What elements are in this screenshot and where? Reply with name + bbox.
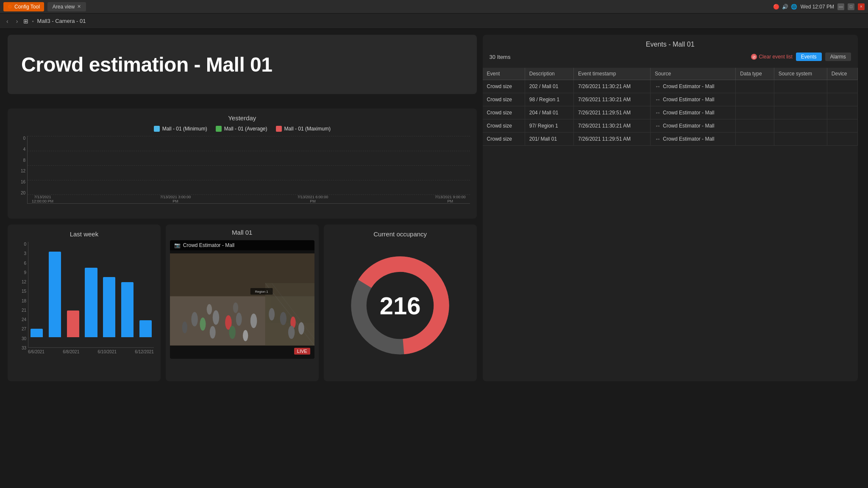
svg-point-21 — [207, 304, 212, 315]
source-cell: ↔ Crowd Estimator - Mall — [655, 122, 731, 129]
legend-label: Mall - 01 (Minimum) — [162, 126, 207, 132]
week-bar-group — [28, 242, 45, 337]
donut-container: 216 — [345, 250, 455, 360]
table-row[interactable]: Crowd size 202 / Mall 01 7/26/2021 11:30… — [483, 80, 858, 93]
crowd-svg: Region 1 — [170, 240, 314, 359]
yesterday-legend: Mall - 01 (Minimum) Mall - 01 (Average) … — [14, 126, 470, 132]
week-x-labels: 6/6/2021 6/8/2021 6/10/2021 6/12/2021 — [28, 349, 154, 354]
table-row[interactable]: Crowd size 204 / Mall 01 7/26/2021 11:29… — [483, 106, 858, 119]
camera-source: Crowd Estimator - Mall — [183, 242, 234, 248]
datetime-label: Wed 12:07 PM — [801, 4, 834, 10]
title-card: Crowd estimation - Mall 01 — [8, 35, 477, 94]
week-bar — [31, 329, 43, 337]
cell-description: 201/ Mall 01 — [525, 133, 573, 146]
events-scroll[interactable]: Event Description Event timestamp Source… — [483, 68, 858, 146]
cell-event: Crowd size — [483, 80, 525, 93]
cell-sourcesystem — [774, 93, 827, 106]
yesterday-chart-area: 20 16 12 8 4 0 7/13/202112:00:00 PM — [14, 136, 470, 204]
alarms-tab-button[interactable]: Alarms — [825, 53, 851, 61]
svg-point-10 — [236, 313, 242, 326]
svg-point-16 — [269, 308, 275, 320]
events-tab-button[interactable]: Events — [796, 53, 822, 61]
cell-event: Crowd size — [483, 133, 525, 146]
source-arrow-icon: ↔ — [655, 122, 661, 129]
week-bar-group — [47, 242, 63, 337]
cell-datatype — [736, 93, 774, 106]
cell-sourcesystem — [774, 106, 827, 119]
cell-device — [827, 106, 857, 119]
svg-point-15 — [243, 330, 248, 341]
col-sourcesystem: Source system — [774, 68, 827, 80]
source-cell: ↔ Crowd Estimator - Mall — [655, 83, 731, 90]
maximize-button[interactable]: □ — [848, 3, 854, 10]
cell-event: Crowd size — [483, 93, 525, 106]
area-tab-close[interactable]: ✕ — [77, 4, 81, 9]
cell-event: Crowd size — [483, 119, 525, 133]
cell-datatype — [736, 106, 774, 119]
speaker-icon: 🔊 — [782, 4, 788, 10]
system-icons: 🔴 🔊 🌐 — [773, 4, 797, 10]
yesterday-y-axis: 20 16 12 8 4 0 — [14, 136, 27, 204]
legend-color — [216, 126, 222, 132]
network-icon: 🌐 — [791, 4, 797, 10]
events-panel: Events - Mall 01 30 Items ⊘ Clear event … — [483, 35, 858, 381]
home-button[interactable]: ⊞ — [23, 18, 28, 25]
col-source: Source — [651, 68, 736, 80]
cell-description: 98 / Region 1 — [525, 93, 573, 106]
week-bars-wrap: 6/6/2021 6/8/2021 6/10/2021 6/12/2021 — [28, 242, 154, 360]
legend-color — [276, 126, 282, 132]
table-row[interactable]: Crowd size 97/ Region 1 7/26/2021 11:30:… — [483, 119, 858, 133]
back-button[interactable]: ‹ — [4, 17, 11, 25]
col-device: Device — [827, 68, 857, 80]
navbar: ‹ › ⊞ ▪ Mall3 - Camera - 01 — [0, 14, 868, 29]
main-content: Crowd estimation - Mall 01 Yesterday Mal… — [0, 29, 868, 488]
source-arrow-icon: ↔ — [655, 136, 661, 142]
week-bar-group — [65, 242, 81, 337]
svg-point-7 — [200, 318, 206, 331]
forward-button[interactable]: › — [14, 17, 20, 25]
clear-label: Clear event list — [759, 54, 792, 60]
layout-grid: Crowd estimation - Mall 01 Yesterday Mal… — [8, 35, 860, 482]
col-description: Description — [525, 68, 573, 80]
bottom-row: Last week 33 30 27 24 21 18 15 12 9 6 3 … — [8, 225, 477, 381]
cell-source: ↔ Crowd Estimator - Mall — [651, 106, 736, 119]
svg-point-8 — [213, 311, 219, 325]
cell-timestamp: 7/26/2021 11:29:51 AM — [573, 133, 650, 146]
cell-description: 97/ Region 1 — [525, 119, 573, 133]
page-title: Crowd estimation - Mall 01 — [21, 53, 272, 76]
area-tab-label: Area view — [53, 4, 75, 10]
live-badge: LIVE — [294, 348, 310, 355]
events-header: Events - Mall 01 30 Items ⊘ Clear event … — [483, 35, 858, 68]
minimize-button[interactable]: — — [837, 3, 844, 10]
yesterday-bars — [28, 136, 470, 195]
svg-point-14 — [229, 326, 235, 339]
table-row[interactable]: Crowd size 98 / Region 1 7/26/2021 11:30… — [483, 93, 858, 106]
table-row[interactable]: Crowd size 201/ Mall 01 7/26/2021 11:29:… — [483, 133, 858, 146]
col-timestamp: Event timestamp — [573, 68, 650, 80]
close-button[interactable]: × — [858, 3, 865, 10]
area-tab[interactable]: Area view ✕ — [47, 2, 86, 11]
yesterday-x-axis: 7/13/202112:00:00 PM 7/13/2021 3:00:00PM… — [28, 195, 470, 203]
clear-event-list-button[interactable]: ⊘ Clear event list — [751, 54, 792, 60]
cell-datatype — [736, 119, 774, 133]
week-bars — [28, 242, 154, 348]
toolbar-right: ⊘ Clear event list Events Alarms — [751, 53, 851, 61]
week-bar — [85, 268, 97, 337]
svg-point-12 — [250, 313, 257, 328]
cell-datatype — [736, 80, 774, 93]
yesterday-chart-body: 7/13/202112:00:00 PM 7/13/2021 3:00:00PM… — [27, 136, 470, 204]
week-bar — [67, 311, 79, 337]
camera-icon: 📷 — [174, 242, 181, 248]
last-week-y-axis: 33 30 27 24 21 18 15 12 9 6 3 0 — [14, 242, 26, 360]
cell-device — [827, 93, 857, 106]
breadcrumb: Mall3 - Camera - 01 — [37, 18, 86, 24]
config-tab[interactable]: ⚙ Config Tool — [3, 2, 44, 11]
legend-item: Mall - 01 (Average) — [216, 126, 267, 132]
svg-point-20 — [288, 326, 295, 339]
legend-item: Mall - 01 (Minimum) — [154, 126, 207, 132]
camera-feed: 📷 Crowd Estimator - Mall — [170, 240, 314, 359]
titlebar: ⚙ Config Tool Area view ✕ 🔴 🔊 🌐 Wed 12:0… — [0, 0, 868, 14]
week-bar — [49, 252, 61, 338]
items-count: 30 Items — [490, 54, 511, 60]
last-week-title: Last week — [14, 230, 154, 238]
